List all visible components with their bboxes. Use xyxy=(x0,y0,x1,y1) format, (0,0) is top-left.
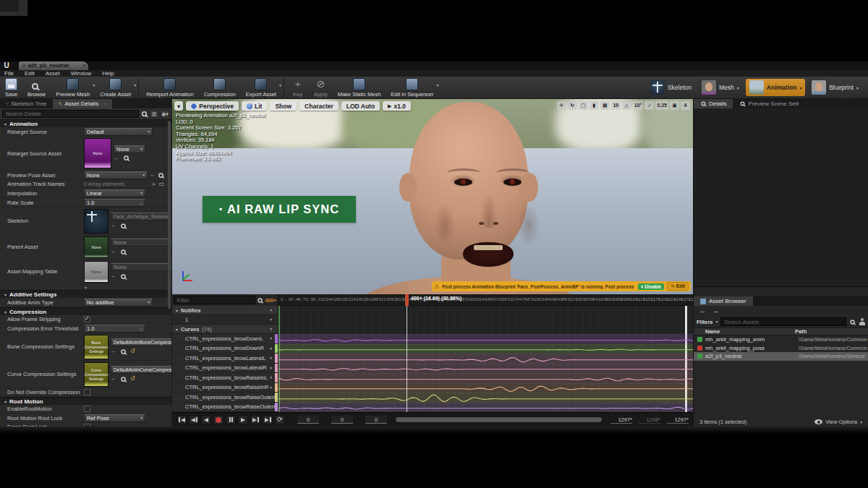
rotation-snap-value[interactable]: 10° xyxy=(633,101,644,110)
curve-track-row[interactable]: CTRL_expressions_browLateralL ▾ xyxy=(172,354,278,364)
save-button[interactable]: Save xyxy=(0,77,22,98)
chevron-down-icon[interactable]: ▾ xyxy=(737,85,739,90)
curve-track-band[interactable] xyxy=(278,393,693,403)
create-asset-button[interactable]: Create Asset ▾ xyxy=(95,77,136,98)
rotate-tool-icon[interactable]: ↻ xyxy=(568,101,577,110)
percent-field[interactable]: 0 xyxy=(365,416,387,424)
step-forward-button[interactable] xyxy=(250,415,260,424)
show-button[interactable]: Show xyxy=(270,101,297,111)
chevron-down-icon[interactable]: ▾ xyxy=(279,82,281,87)
range-end-field[interactable]: 1297* xyxy=(667,416,689,424)
section-animation[interactable]: ▾ Animation xyxy=(0,119,171,127)
curve-track-row[interactable]: CTRL_expressions_browLateralR ▾ xyxy=(172,364,278,374)
play-button[interactable] xyxy=(238,415,248,424)
curve-canvas[interactable] xyxy=(278,306,693,412)
view-options-button[interactable]: View Options ▾ xyxy=(814,419,862,425)
track-options-icon[interactable]: ▾ xyxy=(270,346,272,351)
enable-root-motion-checkbox[interactable] xyxy=(84,406,90,412)
chevron-down-icon[interactable]: ▾ xyxy=(437,82,439,87)
compression-error-threshold-field[interactable]: 1.0◇ xyxy=(84,325,145,333)
playhead-marker[interactable] xyxy=(405,294,409,306)
curve-track-row[interactable]: CTRL_expressions_browRaiseInL ▾ xyxy=(172,373,278,383)
scale-snap-toggle-icon[interactable]: ∕ xyxy=(644,101,654,110)
frame-field[interactable]: 0 xyxy=(297,416,319,424)
column-view-button[interactable]: ▥ xyxy=(150,110,158,118)
reset-to-default-icon[interactable]: ↺ xyxy=(130,348,135,355)
mode-blueprint-button[interactable]: Blueprint ▾ xyxy=(808,79,862,96)
reimport-animation-button[interactable]: Reimport Animation xyxy=(141,77,198,98)
use-selected-icon[interactable]: ← xyxy=(111,248,116,255)
additive-anim-type-dropdown[interactable]: No additive▾ xyxy=(84,299,153,307)
search-details-input[interactable] xyxy=(2,110,139,118)
track-options-icon[interactable]: ▾ xyxy=(270,317,272,322)
mode-mesh-button[interactable]: Mesh ▾ xyxy=(698,79,743,96)
section-additive-settings[interactable]: ▾ Additive Settings xyxy=(0,290,171,298)
mode-animation-button[interactable]: Animation ▾ xyxy=(746,79,806,96)
asset-row[interactable]: mh_arkit_mapping_pose /Game/MetaHumans/C… xyxy=(694,344,868,353)
reset-to-default-icon[interactable]: ↺ xyxy=(130,375,135,382)
character-button[interactable]: Character xyxy=(299,101,339,111)
camera-speed-value[interactable]: 4 xyxy=(681,101,690,110)
key-button[interactable]: ＋ Key xyxy=(286,77,309,98)
use-selected-icon[interactable]: ← xyxy=(111,273,116,280)
chevron-down-icon[interactable]: ▾ xyxy=(799,85,801,90)
track-options-icon[interactable]: ▾ xyxy=(270,308,272,312)
curves-track-header[interactable]: ▾ Curves (74) ▾ xyxy=(172,325,278,334)
retarget-source-dropdown[interactable]: Default▾ xyxy=(84,128,153,136)
section-compression[interactable]: ▾ Compression xyxy=(0,307,171,315)
playhead-line[interactable] xyxy=(407,306,407,412)
rotation-snap-toggle-icon[interactable]: △ xyxy=(622,101,631,110)
curve-track-band[interactable] xyxy=(278,403,693,413)
viewport[interactable]: ▾ Perspective Lit Show Character LOD Aut… xyxy=(172,99,693,294)
tab-details[interactable]: Details xyxy=(694,99,733,108)
curve-track-row[interactable]: CTRL_expressions_browDownL ▾ xyxy=(172,334,278,344)
to-end-button[interactable] xyxy=(263,415,273,424)
saved-search-icon[interactable] xyxy=(859,318,865,325)
loop-button[interactable]: ⟳ xyxy=(275,415,285,424)
preview-mesh-button[interactable]: Preview Mesh ▾ xyxy=(51,77,95,98)
move-tool-icon[interactable]: ✛ xyxy=(557,101,566,110)
use-selected-icon[interactable]: ← xyxy=(111,222,116,229)
track-options-icon[interactable]: ▾ xyxy=(270,336,272,341)
curve-track-band[interactable] xyxy=(278,344,693,354)
retarget-source-asset-thumbnail[interactable]: None xyxy=(84,138,111,168)
forward-icon[interactable]: → xyxy=(712,307,719,314)
apply-button[interactable]: ⊘ Apply xyxy=(309,77,333,98)
timeline-ruler[interactable]: 0244872961201441681922162402642883123363… xyxy=(278,294,693,306)
perspective-button[interactable]: Perspective xyxy=(186,101,239,111)
skeleton-thumbnail[interactable] xyxy=(84,209,109,234)
track-options-icon[interactable]: ▾ xyxy=(270,356,272,360)
tab-asset-browser[interactable]: Asset Browser xyxy=(694,296,753,306)
filters-button[interactable]: Filters xyxy=(697,319,713,325)
scale-snap-value[interactable]: 0.25 xyxy=(655,101,668,110)
browse-to-asset-icon[interactable] xyxy=(121,349,126,354)
disable-post-process-button[interactable]: × Disable xyxy=(638,283,665,290)
browse-button[interactable]: Browse xyxy=(22,77,51,98)
browse-to-asset-icon[interactable] xyxy=(158,173,163,178)
notify-track-row[interactable]: 1 ▾ xyxy=(172,315,278,325)
scale-tool-icon[interactable]: ▢ xyxy=(579,101,588,110)
parent-asset-thumbnail[interactable]: None xyxy=(84,236,109,258)
pause-button[interactable] xyxy=(226,415,236,424)
browse-to-asset-icon[interactable] xyxy=(121,249,126,254)
bone-compression-settings-thumbnail[interactable]: Bone Compression Settings xyxy=(84,335,109,359)
tab-preview-scene-settings[interactable]: Preview Scene Sett xyxy=(733,99,805,108)
to-front-button[interactable] xyxy=(176,415,187,424)
use-selected-icon[interactable]: ← xyxy=(111,375,116,382)
visibility-filter-button[interactable]: ◉▾ xyxy=(161,110,169,118)
curve-track-row[interactable]: CTRL_expressions_browRaiseInR ▾ xyxy=(172,383,278,393)
mode-skeleton-button[interactable]: Skeleton xyxy=(647,79,695,96)
grid-snap-value[interactable]: 10 xyxy=(611,101,621,110)
edit-in-sequencer-button[interactable]: Edit in Sequencer ▾ xyxy=(386,77,438,98)
section-root-motion[interactable]: ▾ Root Motion xyxy=(0,397,171,405)
use-selected-icon[interactable]: ← xyxy=(150,171,156,179)
edit-post-process-button[interactable]: ✎ Edit xyxy=(667,282,689,291)
curve-compression-settings-thumbnail[interactable]: Curve Compression Settings xyxy=(84,362,109,387)
root-motion-root-lock-dropdown[interactable]: Ref Pose▾ xyxy=(84,414,145,422)
allow-frame-stripping-checkbox[interactable] xyxy=(84,316,90,322)
interpolation-dropdown[interactable]: Linear▾ xyxy=(84,189,145,197)
curve-track-row[interactable]: CTRL_expressions_browRaiseOuterR ▾ xyxy=(172,403,278,413)
curve-track-band[interactable] xyxy=(278,354,693,364)
play-reverse-button[interactable] xyxy=(201,415,211,424)
track-options-icon[interactable]: ▾ xyxy=(270,385,272,390)
